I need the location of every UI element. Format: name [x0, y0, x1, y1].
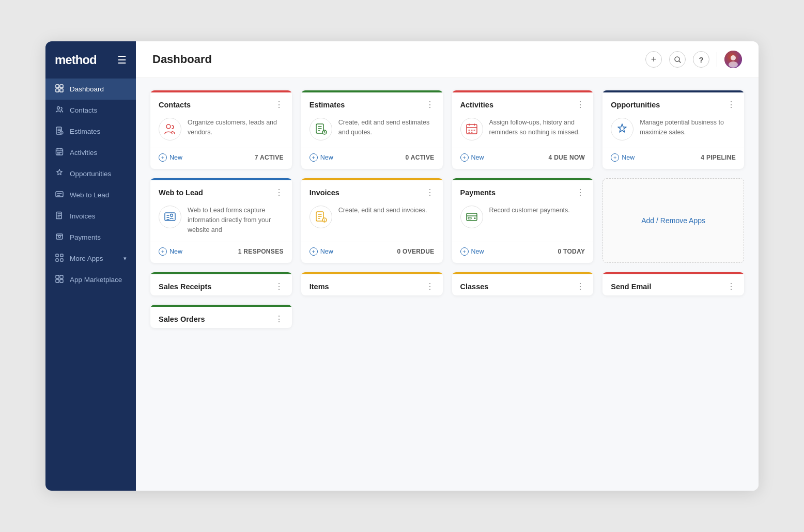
card-new-btn-estimates[interactable]: + New [310, 153, 333, 162]
empty-slot-1 [301, 305, 443, 328]
sidebar-item-opportunities[interactable]: Opportunities [45, 163, 136, 184]
card-footer-contacts: + New 7 ACTIVE [150, 148, 292, 169]
card-title-send-email: Send Email [611, 283, 651, 291]
card-header-opportunities: Opportunities ⋮ [602, 92, 744, 114]
topbar-divider [717, 52, 717, 67]
card-new-btn-activities[interactable]: + New [460, 153, 484, 162]
card-new-label-activities: New [471, 154, 484, 161]
svg-rect-17 [56, 275, 59, 278]
help-button[interactable]: ? [693, 51, 709, 68]
svg-point-31 [171, 214, 173, 217]
card-menu-contacts[interactable]: ⋮ [275, 100, 284, 109]
card-menu-send-email[interactable]: ⋮ [727, 281, 736, 291]
svg-text:$: $ [61, 131, 63, 134]
add-button[interactable]: + [645, 51, 662, 68]
card-new-btn-web-to-lead[interactable]: + New [159, 247, 182, 256]
card-title-sales-orders: Sales Orders [159, 315, 205, 323]
svg-rect-30 [165, 213, 175, 221]
card-header-send-email: Send Email ⋮ [602, 274, 744, 295]
contacts-card-icon [159, 118, 181, 140]
card-new-btn-payments[interactable]: + New [460, 247, 484, 256]
card-menu-items[interactable]: ⋮ [426, 281, 435, 291]
card-stat-contacts: 7 ACTIVE [255, 154, 284, 161]
svg-point-4 [57, 107, 60, 109]
svg-rect-0 [56, 85, 59, 88]
card-header-invoices: Invoices ⋮ [301, 180, 443, 201]
svg-rect-16 [60, 259, 63, 261]
card-activities: Activities ⋮ Assign follow-ups [452, 90, 594, 169]
web-to-lead-card-icon [159, 206, 181, 228]
avatar[interactable] [724, 51, 742, 68]
card-menu-sales-orders[interactable]: ⋮ [275, 314, 284, 324]
card-desc-opportunities: Manage potential business to maximize sa… [640, 118, 736, 137]
sidebar-item-label-payments: Payments [70, 233, 127, 241]
svg-rect-1 [60, 85, 63, 88]
card-menu-activities[interactable]: ⋮ [576, 100, 585, 109]
card-footer-web-to-lead: + New 1 RESPONSES [150, 242, 292, 263]
app-logo: method [55, 53, 97, 67]
card-title-web-to-lead: Web to Lead [159, 189, 203, 197]
card-header-payments: Payments ⋮ [452, 180, 594, 201]
card-menu-opportunities[interactable]: ⋮ [727, 100, 736, 109]
chevron-down-icon: ▾ [123, 255, 127, 262]
web-to-lead-icon [55, 190, 64, 200]
opportunities-icon [55, 169, 64, 179]
cards-row-4: Sales Orders ⋮ [150, 305, 744, 328]
sidebar-item-label-more-apps: More Apps [70, 255, 118, 262]
svg-point-37 [474, 217, 475, 219]
svg-point-23 [731, 55, 736, 60]
card-header-items: Items ⋮ [301, 274, 443, 295]
sidebar-item-label-web-to-lead: Web to Lead [70, 191, 127, 199]
search-button[interactable] [669, 51, 686, 68]
sidebar-item-contacts[interactable]: Contacts [45, 100, 136, 121]
topbar-actions: + ? [645, 51, 742, 68]
add-remove-container: Add / Remove Apps [603, 179, 744, 262]
card-stat-invoices: 0 OVERDUE [397, 248, 434, 255]
svg-point-24 [729, 61, 738, 68]
card-menu-estimates[interactable]: ⋮ [426, 100, 435, 109]
card-menu-web-to-lead[interactable]: ⋮ [275, 187, 284, 197]
card-estimates: Estimates ⋮ $ Create, edit and [301, 90, 443, 169]
card-menu-sales-receipts[interactable]: ⋮ [275, 281, 284, 291]
svg-rect-19 [56, 279, 59, 283]
sidebar-item-label-opportunities: Opportunities [70, 170, 127, 178]
card-desc-activities: Assign follow-ups, history and reminders… [489, 118, 585, 137]
card-header-classes: Classes ⋮ [452, 274, 594, 295]
empty-slot-2 [452, 305, 594, 328]
card-new-btn-invoices[interactable]: + New [310, 247, 333, 256]
invoices-icon [55, 211, 64, 221]
payments-card-icon [460, 206, 483, 228]
card-sales-orders: Sales Orders ⋮ [150, 305, 292, 328]
card-menu-classes[interactable]: ⋮ [576, 281, 585, 291]
card-title-classes: Classes [460, 283, 489, 291]
sidebar-item-payments[interactable]: Payments [45, 227, 136, 248]
hamburger-icon[interactable]: ☰ [117, 54, 127, 66]
svg-rect-14 [60, 254, 63, 257]
card-new-btn-contacts[interactable]: + New [159, 153, 182, 162]
add-remove-link[interactable]: Add / Remove Apps [641, 216, 705, 225]
card-desc-contacts: Organize customers, leads and vendors. [188, 118, 284, 137]
sidebar-item-invoices[interactable]: Invoices [45, 206, 136, 227]
card-body-payments: Record customer payments. [452, 201, 594, 242]
card-menu-payments[interactable]: ⋮ [576, 187, 585, 197]
page-title: Dashboard [152, 53, 645, 66]
card-footer-invoices: + New 0 OVERDUE [301, 242, 443, 263]
card-title-sales-receipts: Sales Receipts [159, 283, 211, 291]
svg-rect-3 [60, 89, 63, 92]
card-body-contacts: Organize customers, leads and vendors. [150, 114, 292, 148]
sidebar-item-more-apps[interactable]: More Apps ▾ [45, 248, 136, 269]
svg-point-25 [166, 124, 171, 129]
sidebar-item-app-marketplace[interactable]: App Marketplace [45, 269, 136, 290]
sidebar-item-activities[interactable]: Activities [45, 142, 136, 163]
card-body-activities: Assign follow-ups, history and reminders… [452, 114, 594, 148]
sidebar-item-dashboard[interactable]: Dashboard [45, 79, 136, 100]
sidebar-item-label-invoices: Invoices [70, 212, 127, 220]
card-new-btn-opportunities[interactable]: + New [611, 153, 635, 162]
sidebar-item-web-to-lead[interactable]: Web to Lead [45, 184, 136, 206]
card-menu-invoices[interactable]: ⋮ [426, 187, 435, 197]
opportunities-card-icon [611, 118, 633, 140]
card-body-opportunities: Manage potential business to maximize sa… [602, 114, 744, 148]
sidebar-item-estimates[interactable]: $ Estimates [45, 121, 136, 142]
invoices-card-icon: $ [310, 206, 332, 228]
card-items: Items ⋮ [301, 272, 443, 295]
